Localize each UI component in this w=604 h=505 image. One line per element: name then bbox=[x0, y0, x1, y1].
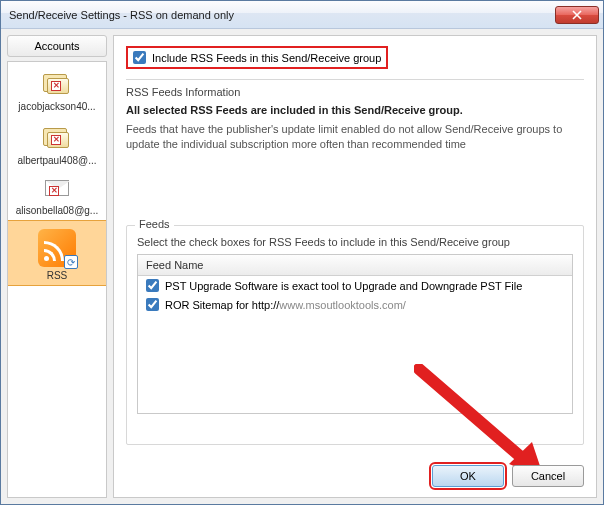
account-label: RSS bbox=[47, 270, 68, 281]
include-rss-row: Include RSS Feeds in this Send/Receive g… bbox=[126, 46, 388, 69]
folder-icon: ✕ bbox=[41, 124, 73, 152]
account-label: albertpaul408@... bbox=[17, 155, 96, 166]
content: Accounts ✕ jacobjackson40... ✕ albertpau… bbox=[1, 29, 603, 504]
account-item-alison[interactable]: ✕ alisonbella08@g... bbox=[8, 170, 106, 220]
feeds-listbox: Feed Name PST Upgrade Software is exact … bbox=[137, 254, 573, 414]
ok-button[interactable]: OK bbox=[432, 465, 504, 487]
feeds-legend: Feeds bbox=[135, 218, 174, 230]
account-label: jacobjackson40... bbox=[18, 101, 95, 112]
include-rss-label: Include RSS Feeds in this Send/Receive g… bbox=[152, 52, 381, 64]
cancel-button[interactable]: Cancel bbox=[512, 465, 584, 487]
feed-checkbox[interactable] bbox=[146, 279, 159, 292]
feed-row[interactable]: PST Upgrade Software is exact tool to Up… bbox=[138, 276, 572, 295]
account-item-jacob[interactable]: ✕ jacobjackson40... bbox=[8, 62, 106, 116]
dialog-buttons: OK Cancel bbox=[432, 465, 584, 487]
sidebar: Accounts ✕ jacobjackson40... ✕ albertpau… bbox=[7, 35, 107, 498]
feed-name: PST Upgrade Software is exact tool to Up… bbox=[165, 280, 522, 292]
info-bold: All selected RSS Feeds are included in t… bbox=[126, 104, 584, 116]
close-button[interactable] bbox=[555, 6, 599, 24]
sidebar-header: Accounts bbox=[7, 35, 107, 57]
folder-icon: ✕ bbox=[41, 70, 73, 98]
divider bbox=[126, 79, 584, 80]
feed-name: ROR Sitemap for http://www.msoutlooktool… bbox=[165, 299, 406, 311]
info-heading: RSS Feeds Information bbox=[126, 86, 584, 98]
account-item-albert[interactable]: ✕ albertpaul408@... bbox=[8, 116, 106, 170]
rss-icon: ⟳ bbox=[38, 229, 76, 267]
dialog-window: Send/Receive Settings - RSS on demand on… bbox=[0, 0, 604, 505]
envelope-icon: ✕ bbox=[41, 178, 73, 202]
close-icon bbox=[572, 10, 582, 20]
refresh-icon: ⟳ bbox=[64, 255, 78, 269]
feed-column-header[interactable]: Feed Name bbox=[138, 255, 572, 276]
include-rss-checkbox[interactable] bbox=[133, 51, 146, 64]
feeds-group: Feeds Select the check boxes for RSS Fee… bbox=[126, 225, 584, 445]
feed-row[interactable]: ROR Sitemap for http://www.msoutlooktool… bbox=[138, 295, 572, 314]
account-label: alisonbella08@g... bbox=[16, 205, 98, 216]
feeds-instruction: Select the check boxes for RSS Feeds to … bbox=[137, 236, 573, 248]
titlebar: Send/Receive Settings - RSS on demand on… bbox=[1, 1, 603, 29]
info-desc: Feeds that have the publisher's update l… bbox=[126, 122, 584, 152]
account-item-rss[interactable]: ⟳ RSS bbox=[8, 220, 106, 286]
accounts-list: ✕ jacobjackson40... ✕ albertpaul408@... … bbox=[7, 61, 107, 498]
feed-checkbox[interactable] bbox=[146, 298, 159, 311]
window-title: Send/Receive Settings - RSS on demand on… bbox=[9, 9, 555, 21]
main-panel: Include RSS Feeds in this Send/Receive g… bbox=[113, 35, 597, 498]
